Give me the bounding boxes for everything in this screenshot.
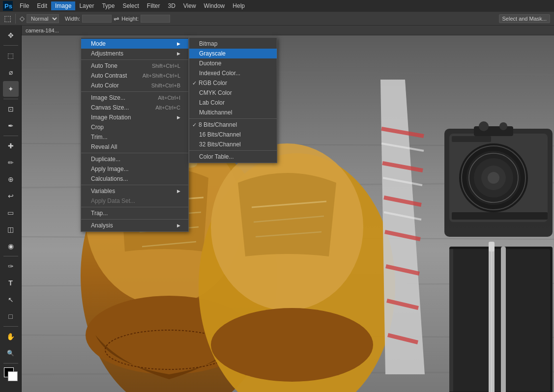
app-logo: Ps bbox=[2, 0, 14, 12]
menu-bar: Ps File Edit Image Layer Type Select Fil… bbox=[0, 0, 554, 12]
tool-clone[interactable]: ⊕ bbox=[3, 171, 19, 187]
menu-section-variables: Variables Apply Data Set... bbox=[81, 185, 188, 207]
menu-type[interactable]: Type bbox=[98, 1, 118, 10]
menu-image-size[interactable]: Image Size... Alt+Ctrl+I bbox=[81, 93, 188, 103]
menu-reveal-all[interactable]: Reveal All bbox=[81, 142, 188, 152]
svg-point-32 bbox=[499, 122, 507, 130]
menu-edit[interactable]: Edit bbox=[33, 1, 51, 10]
menu-canvas-size[interactable]: Canvas Size... Alt+Ctrl+C bbox=[81, 103, 188, 112]
tool-sep-4 bbox=[3, 256, 18, 256]
style-select[interactable]: Normal bbox=[27, 14, 59, 23]
mode-section-table: Color Table... bbox=[189, 151, 277, 163]
tool-brush[interactable]: ✏ bbox=[3, 155, 19, 170]
height-label: Height: bbox=[121, 16, 139, 22]
height-input[interactable] bbox=[141, 15, 170, 23]
color-swatch[interactable] bbox=[4, 367, 18, 381]
menu-section-trap: Trap... bbox=[81, 207, 188, 220]
svg-point-17 bbox=[211, 308, 373, 382]
canvas-tab[interactable]: camera-184... bbox=[22, 26, 554, 35]
menu-apply-image[interactable]: Apply Image... bbox=[81, 164, 188, 174]
svg-text:Ps: Ps bbox=[4, 2, 12, 10]
menu-calculations[interactable]: Calculations... bbox=[81, 174, 188, 184]
background-color[interactable] bbox=[8, 371, 18, 381]
svg-rect-37 bbox=[449, 249, 453, 392]
tool-quick-select[interactable]: ✦ bbox=[3, 81, 19, 97]
tool-marquee[interactable]: ⬚ bbox=[3, 48, 19, 63]
mode-color-table[interactable]: Color Table... bbox=[189, 152, 277, 162]
menu-trap[interactable]: Trap... bbox=[81, 208, 188, 218]
toolbar-sep-1 bbox=[15, 14, 16, 24]
mode-rgb-color[interactable]: RGB Color bbox=[189, 78, 277, 88]
menu-auto-color[interactable]: Auto Color Shift+Ctrl+B bbox=[81, 81, 188, 90]
tool-gradient[interactable]: ◫ bbox=[3, 222, 19, 237]
mode-indexed-color[interactable]: Indexed Color... bbox=[189, 68, 277, 78]
tool-eraser[interactable]: ▭ bbox=[3, 205, 19, 221]
svg-rect-34 bbox=[452, 212, 548, 220]
menu-section-duplicate: Duplicate... Apply Image... Calculations… bbox=[81, 153, 188, 185]
mode-submenu: Bitmap Grayscale Duotone Indexed Color..… bbox=[189, 37, 277, 163]
tool-shape[interactable]: □ bbox=[3, 308, 19, 324]
menu-trim[interactable]: Trim... bbox=[81, 132, 188, 142]
menu-section-size: Image Size... Alt+Ctrl+I Canvas Size... … bbox=[81, 92, 188, 153]
svg-rect-41 bbox=[501, 247, 506, 392]
menu-select[interactable]: Select bbox=[118, 1, 143, 10]
tool-sep-1 bbox=[3, 45, 18, 46]
tool-pen[interactable]: ✑ bbox=[3, 258, 19, 274]
svg-point-27 bbox=[488, 172, 499, 184]
select-mask-button[interactable]: Select and Mask... bbox=[499, 14, 551, 23]
tool-sep-5 bbox=[3, 326, 18, 327]
tool-sep-2 bbox=[3, 99, 18, 99]
mode-8bit[interactable]: 8 Bits/Channel bbox=[189, 120, 277, 130]
tool-sep-6 bbox=[3, 363, 18, 364]
menu-image-adjustments[interactable]: Adjustments bbox=[81, 49, 188, 58]
mode-cmyk-color[interactable]: CMYK Color bbox=[189, 88, 277, 98]
svg-rect-39 bbox=[491, 242, 492, 392]
menu-window[interactable]: Window bbox=[200, 1, 229, 10]
feather-icon: ◇ bbox=[20, 15, 25, 22]
menu-image[interactable]: Image bbox=[51, 1, 75, 10]
tool-move[interactable]: ✥ bbox=[3, 28, 19, 43]
menu-section-analysis: Analysis bbox=[81, 220, 188, 231]
options-toolbar: ⬚ ◇ Normal Width: ⇌ Height: Select and M… bbox=[0, 12, 554, 26]
mode-bitmap[interactable]: Bitmap bbox=[189, 39, 277, 49]
menu-3d[interactable]: 3D bbox=[164, 1, 179, 10]
menu-file[interactable]: File bbox=[16, 1, 33, 10]
tool-hand[interactable]: ✋ bbox=[3, 329, 19, 344]
tool-crop[interactable]: ⊡ bbox=[3, 101, 19, 117]
menu-auto-contrast[interactable]: Auto Contrast Alt+Shift+Ctrl+L bbox=[81, 71, 188, 81]
mode-grayscale[interactable]: Grayscale bbox=[189, 49, 277, 58]
mode-section-types: Bitmap Grayscale Duotone Indexed Color..… bbox=[189, 38, 277, 119]
swap-icon[interactable]: ⇌ bbox=[114, 15, 119, 23]
menu-filter[interactable]: Filter bbox=[143, 1, 164, 10]
menu-crop[interactable]: Crop bbox=[81, 122, 188, 132]
menu-layer[interactable]: Layer bbox=[75, 1, 98, 10]
mode-32bit[interactable]: 32 Bits/Channel bbox=[189, 140, 277, 149]
menu-analysis[interactable]: Analysis bbox=[81, 221, 188, 230]
mode-multichannel[interactable]: Multichannel bbox=[189, 108, 277, 117]
menu-variables[interactable]: Variables bbox=[81, 186, 188, 196]
tool-eyedropper[interactable]: ✒ bbox=[3, 118, 19, 134]
menu-help[interactable]: Help bbox=[229, 1, 249, 10]
mode-16bit[interactable]: 16 Bits/Channel bbox=[189, 130, 277, 140]
tool-healing[interactable]: ✚ bbox=[3, 138, 19, 154]
tool-zoom[interactable]: 🔍 bbox=[3, 345, 19, 361]
menu-image-mode[interactable]: Mode bbox=[81, 39, 188, 49]
svg-point-31 bbox=[479, 121, 489, 131]
tool-icon-select: ⬚ bbox=[4, 14, 11, 23]
menu-duplicate[interactable]: Duplicate... bbox=[81, 154, 188, 164]
menu-view[interactable]: View bbox=[179, 1, 200, 10]
image-menu: Mode Adjustments Auto Tone Shift+Ctrl+L … bbox=[81, 37, 189, 232]
mode-section-bits: 8 Bits/Channel 16 Bits/Channel 32 Bits/C… bbox=[189, 119, 277, 151]
tool-path-select[interactable]: ↖ bbox=[3, 292, 19, 308]
menu-image-rotation[interactable]: Image Rotation bbox=[81, 112, 188, 122]
tool-lasso[interactable]: ⌀ bbox=[3, 64, 19, 80]
tool-text[interactable]: T bbox=[3, 275, 19, 291]
tool-sep-3 bbox=[3, 136, 18, 136]
width-label: Width: bbox=[65, 16, 80, 22]
tool-dodge[interactable]: ◉ bbox=[3, 238, 19, 254]
mode-duotone[interactable]: Duotone bbox=[189, 58, 277, 68]
tool-history[interactable]: ↩ bbox=[3, 188, 19, 204]
menu-auto-tone[interactable]: Auto Tone Shift+Ctrl+L bbox=[81, 61, 188, 71]
mode-lab-color[interactable]: Lab Color bbox=[189, 98, 277, 108]
width-input[interactable] bbox=[82, 15, 112, 23]
